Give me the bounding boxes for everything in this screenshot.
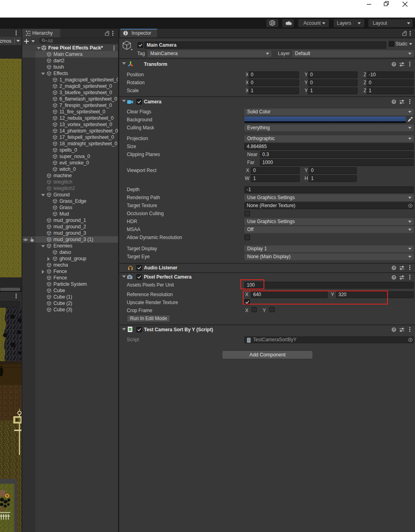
svg-text:zmos: zmos (0, 38, 12, 44)
